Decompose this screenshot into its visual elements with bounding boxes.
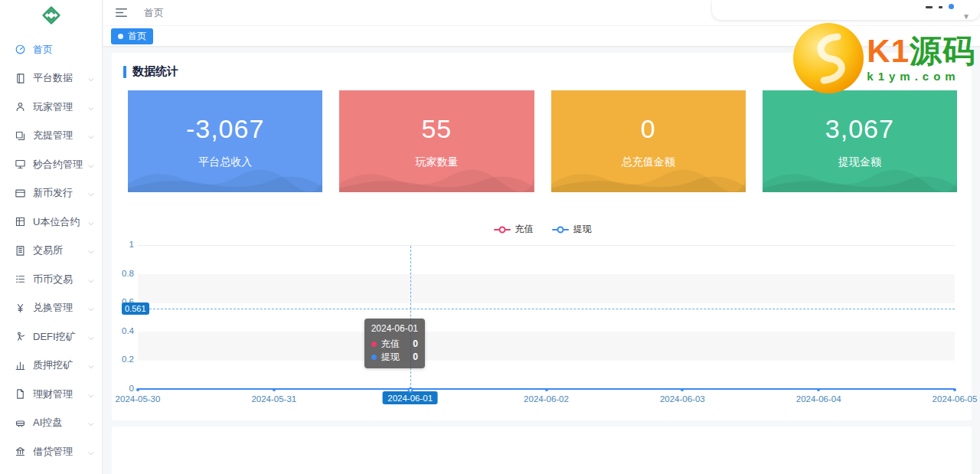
y-axis-tick: 1 (129, 240, 134, 250)
sidebar-item[interactable]: DEFI挖矿 (0, 322, 102, 351)
floating-toolbar (712, 0, 980, 20)
bar-chart-icon (15, 360, 26, 371)
dropdown-caret-icon[interactable]: ▼ (962, 12, 970, 21)
chevron-down-icon (87, 132, 95, 139)
legend-label: 充值 (515, 223, 534, 236)
chevron-down-icon (87, 161, 95, 168)
monitor-icon (15, 159, 26, 170)
tooltip-row: 提现 0 (371, 351, 418, 364)
chevron-down-icon (87, 276, 95, 283)
stat-label: 玩家数量 (415, 155, 458, 169)
x-axis-tick: 2024-06-04 (796, 394, 841, 404)
sidebar-item[interactable]: 玩家管理 (0, 93, 102, 122)
stat-value: 55 (421, 114, 452, 144)
stats-panel: 数据统计 -3,067 平台总收入 55 玩家数量 (112, 53, 972, 420)
stat-cards: -3,067 平台总收入 55 玩家数量 0 总充值金额 (128, 90, 957, 192)
sidebar-item[interactable]: U本位合约 (0, 208, 102, 237)
data-point-icon (407, 387, 413, 393)
legend-item[interactable]: 提现 (552, 223, 592, 236)
tab-home[interactable]: 首页 (111, 28, 153, 44)
chevron-down-icon (87, 189, 95, 197)
chart-legend: 充值 提现 (121, 223, 964, 236)
sidebar-item[interactable]: 交易所 (0, 237, 102, 266)
tooltip-row: 充值 0 (371, 338, 418, 351)
series-dot-icon (371, 342, 377, 347)
y-axis-tick: 0 (129, 384, 134, 394)
logo-diamond-icon (41, 5, 61, 28)
sidebar-item[interactable]: 兑换管理 (0, 294, 102, 323)
sidebar-item[interactable]: 质押挖矿 (0, 351, 102, 381)
section-title-bar (123, 66, 126, 78)
tag-label: 首页 (128, 30, 146, 43)
sidebar-item-label: 平台数据 (33, 71, 73, 85)
tooltip-series-name: 提现 (381, 351, 400, 364)
line-chart: 充值 提现 10.80.60.40.20 (121, 223, 964, 410)
toolbar-dash-icon (939, 6, 942, 8)
tooltip-title: 2024-06-01 (371, 322, 418, 335)
sidebar-item[interactable]: 公告管理 (0, 466, 102, 474)
sidebar-item-label: 借贷管理 (33, 445, 73, 459)
x-axis-tick: 2024-06-01 (382, 391, 438, 404)
sidebar-item-label: 理财管理 (33, 387, 73, 401)
sidebar-item-label: 兑换管理 (33, 301, 73, 315)
x-axis-tick: 2024-06-03 (660, 394, 705, 404)
series-dot-icon (371, 355, 377, 360)
x-axis-tick: 2024-06-05 (933, 394, 978, 404)
section-title-text: 数据统计 (132, 64, 178, 79)
breadcrumb[interactable]: 首页 (144, 6, 164, 20)
sidebar-item-label: DEFI挖矿 (33, 330, 76, 344)
sidebar-item[interactable]: 平台数据 (0, 64, 102, 93)
sidebar-menu: 首页 平台数据 玩家管理 充提管理 秒合 (0, 35, 102, 474)
app-logo[interactable] (0, 0, 102, 34)
toolbar-dot-icon (949, 4, 954, 9)
sidebar-item[interactable]: AI控盘 (0, 409, 102, 438)
stat-label: 总充值金额 (622, 155, 675, 169)
sidebar-item[interactable]: 新币发行 (0, 179, 102, 208)
user-icon (15, 101, 26, 113)
dashboard-icon (15, 44, 26, 55)
tooltip-rows: 充值 0 提现 0 (371, 338, 418, 364)
book-icon (15, 73, 26, 84)
building-icon (15, 245, 26, 257)
content: 数据统计 -3,067 平台总收入 55 玩家数量 (103, 47, 980, 474)
y-axis-tick: 0.2 (122, 356, 134, 365)
stat-card: 55 玩家数量 (339, 90, 534, 192)
plot-area[interactable]: 0.561 2024-06-01 充值 0 (138, 245, 955, 389)
file-icon (15, 388, 26, 400)
sidebar-item[interactable]: 充提管理 (0, 122, 102, 151)
yen-icon (15, 302, 26, 314)
empty-panel (112, 427, 972, 474)
stat-value: -3,067 (186, 114, 264, 144)
x-axis-tick: 2024-05-31 (251, 394, 296, 404)
crosshair-y-badge: 0.561 (122, 302, 149, 315)
sidebar-item[interactable]: 秒合约管理 (0, 150, 102, 179)
sidebar-item[interactable]: 理财管理 (0, 380, 102, 409)
chevron-down-icon (87, 333, 95, 341)
legend-label: 提现 (573, 223, 592, 236)
legend-item[interactable]: 充值 (494, 223, 534, 236)
x-axis-tick: 2024-05-30 (116, 394, 161, 404)
chevron-down-icon (87, 74, 95, 82)
data-point-icon (817, 388, 820, 391)
stat-label: 平台总收入 (198, 155, 252, 169)
tooltip-series-name: 充值 (381, 338, 400, 351)
sidebar-item-label: 新币发行 (33, 186, 73, 200)
chevron-down-icon (87, 247, 95, 254)
sidebar-item-label: U本位合约 (33, 215, 80, 229)
tooltip-series-value: 0 (405, 351, 418, 364)
sidebar-item[interactable]: 首页 (0, 35, 102, 64)
toolbar-dash-icon (926, 6, 933, 8)
stat-value: 0 (641, 114, 656, 144)
sidebar: 首页 平台数据 玩家管理 充提管理 秒合 (0, 0, 103, 474)
tooltip-series-value: 0 (405, 338, 418, 351)
chevron-down-icon (87, 419, 95, 427)
chevron-down-icon (87, 304, 95, 312)
data-point-icon (545, 388, 548, 391)
sidebar-item-label: 质押挖矿 (33, 358, 73, 372)
sidebar-item[interactable]: 借贷管理 (0, 437, 102, 466)
sidebar-item-label: AI控盘 (33, 416, 62, 430)
sidebar-collapse-icon[interactable] (114, 5, 129, 20)
data-point-icon (136, 388, 139, 391)
sidebar-item[interactable]: 币币交易 (0, 265, 102, 294)
miner-icon (15, 331, 26, 342)
